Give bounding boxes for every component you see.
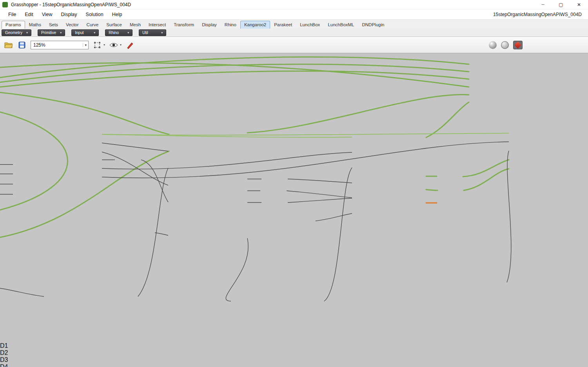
preview-eye-icon[interactable] bbox=[109, 40, 118, 50]
zoom-level-select[interactable]: 125% bbox=[31, 41, 89, 49]
tab-parakeet[interactable]: Parakeet bbox=[270, 21, 296, 29]
tab-dndplugin[interactable]: DNDPlugin bbox=[358, 21, 388, 29]
menu-edit[interactable]: Edit bbox=[20, 12, 38, 17]
selection-blue-icon[interactable] bbox=[537, 41, 544, 49]
tab-rhino[interactable]: Rhino bbox=[221, 21, 240, 29]
red-gem-icon bbox=[514, 41, 521, 48]
tab-params[interactable]: Params bbox=[2, 21, 25, 29]
category-primitive[interactable]: Primitive bbox=[38, 29, 65, 36]
ribbon-tab-bar: ParamsMathsSetsVectorCurveSurfaceMeshInt… bbox=[0, 20, 588, 29]
menu-help[interactable]: Help bbox=[108, 12, 127, 17]
tab-sets[interactable]: Sets bbox=[45, 21, 62, 29]
menu-bar: FileEditViewDisplaySolutionHelp 15stepOr… bbox=[0, 9, 588, 20]
menu-file[interactable]: File bbox=[4, 12, 20, 17]
zoom-level-value: 125% bbox=[33, 42, 45, 48]
tab-mesh[interactable]: Mesh bbox=[126, 21, 145, 29]
tab-vector[interactable]: Vector bbox=[62, 21, 83, 29]
sketch-pen-icon[interactable] bbox=[125, 40, 135, 50]
zoom-extents-caret-icon[interactable]: ▾ bbox=[103, 43, 105, 47]
open-file-icon[interactable] bbox=[4, 40, 13, 50]
tab-lunchboxml[interactable]: LunchBoxML bbox=[324, 21, 358, 29]
preview-wireframe-icon[interactable] bbox=[501, 41, 509, 49]
tab-kangaroo2[interactable]: Kangaroo2 bbox=[240, 21, 270, 29]
save-file-icon[interactable] bbox=[17, 40, 27, 50]
component-merge[interactable]: D1D2D3D4D5D6 Merge Result bbox=[0, 342, 588, 367]
tab-display[interactable]: Display bbox=[198, 21, 221, 29]
document-preview-icon[interactable] bbox=[561, 41, 569, 49]
tab-surface[interactable]: Surface bbox=[102, 21, 126, 29]
selection-teal-icon[interactable] bbox=[549, 41, 557, 49]
category-rhino[interactable]: Rhino bbox=[105, 29, 132, 36]
merge-input-d1[interactable]: D1 bbox=[0, 342, 588, 349]
close-button[interactable] bbox=[570, 0, 588, 9]
grasshopper-app-icon bbox=[2, 2, 8, 7]
preview-eye-caret-icon[interactable]: ▾ bbox=[120, 43, 122, 47]
maximize-button[interactable] bbox=[552, 0, 570, 9]
menu-solution[interactable]: Solution bbox=[82, 12, 108, 17]
category-geometry[interactable]: Geometry bbox=[2, 29, 31, 36]
category-toolbar: GeometryPrimitiveInputRhinoUtil bbox=[0, 29, 588, 37]
display-toolbar bbox=[489, 41, 584, 49]
menu-view[interactable]: View bbox=[38, 12, 57, 17]
window-title: Grasshopper - 15stepOrganicMassingOpenAP… bbox=[11, 2, 131, 7]
tab-lunchbox[interactable]: LunchBox bbox=[296, 21, 324, 29]
wire-layer bbox=[0, 53, 588, 341]
tab-curve[interactable]: Curve bbox=[83, 21, 103, 29]
category-util[interactable]: Util bbox=[139, 29, 166, 36]
zoom-extents-icon[interactable] bbox=[93, 40, 102, 50]
preview-custom-pressed[interactable] bbox=[513, 41, 523, 49]
tab-transform[interactable]: Transform bbox=[170, 21, 198, 29]
remote-control-icon[interactable] bbox=[573, 41, 581, 49]
tab-maths[interactable]: Maths bbox=[25, 21, 45, 29]
grasshopper-window: Grasshopper - 15stepOrganicMassingOpenAP… bbox=[0, 0, 588, 367]
document-name-label: 15stepOrganicMassingOpenAPIWS_004D bbox=[493, 12, 588, 17]
merge-input-d3[interactable]: D3 bbox=[0, 356, 588, 363]
category-input[interactable]: Input bbox=[71, 29, 99, 36]
title-bar: Grasshopper - 15stepOrganicMassingOpenAP… bbox=[0, 0, 588, 9]
preview-shaded-icon[interactable] bbox=[489, 41, 497, 49]
grasshopper-canvas[interactable]: D1D2D3D4D5D6 Merge Result DARE TO BAKE I… bbox=[0, 53, 588, 367]
main-toolbar: 125% ▾ ▾ bbox=[0, 37, 588, 53]
merge-input-d4[interactable]: D4 bbox=[0, 363, 588, 367]
merge-input-d2[interactable]: D2 bbox=[0, 349, 588, 356]
menu-display[interactable]: Display bbox=[57, 12, 82, 17]
minimize-button[interactable] bbox=[534, 0, 552, 9]
tab-intersect[interactable]: Intersect bbox=[145, 21, 170, 29]
